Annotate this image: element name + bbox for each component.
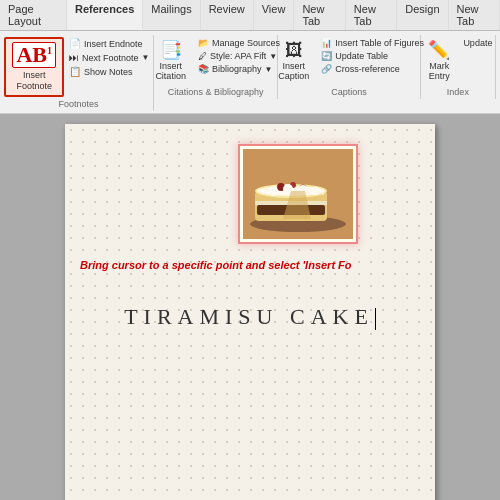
table-figures-icon: 📊 (321, 38, 332, 48)
table-figures-label: Insert Table of Figures (335, 38, 424, 48)
cross-reference-button[interactable]: 🔗 Cross-reference (318, 63, 427, 75)
insert-endnote-label: Insert Endnote (84, 39, 143, 49)
show-notes-icon: 📋 (69, 66, 81, 77)
svg-point-15 (267, 193, 269, 195)
ribbon: Page Layout References Mailings Review V… (0, 0, 500, 114)
citations-group-label: Citations & Bibliography (168, 87, 264, 97)
manage-sources-icon: 📂 (198, 38, 209, 48)
mark-entry-icon: ✏️ (428, 41, 450, 59)
update-table-label: Update Table (335, 51, 388, 61)
ribbon-content: AB1 Insert Footnote 📄 Insert Endnote ⏭ N… (0, 31, 500, 113)
cake-image-wrapper (238, 144, 358, 244)
ribbon-tab-bar: Page Layout References Mailings Review V… (0, 0, 500, 31)
style-dropdown[interactable]: 🖊 Style: APA Fift ▼ (195, 50, 283, 62)
bibliography-label: Bibliography (212, 64, 262, 74)
insert-citation-button[interactable]: 📑 InsertCitation (148, 37, 193, 85)
group-captions: 🖼 InsertCaption 📊 Insert Table of Figure… (278, 35, 420, 99)
index-buttons: ✏️ MarkEntry Update (420, 37, 495, 85)
update-index-button[interactable]: Update (460, 37, 495, 49)
footnotes-small-buttons: 📄 Insert Endnote ⏭ Next Footnote ▼ 📋 Sho… (66, 37, 152, 78)
next-footnote-label: Next Footnote (82, 53, 139, 63)
tab-newtab2[interactable]: New Tab (346, 0, 397, 30)
text-cursor (375, 308, 376, 330)
update-index-label: Update (463, 38, 492, 48)
insert-footnote-button[interactable]: AB1 Insert Footnote (4, 37, 64, 97)
document-area: Bring cursor to a specific point and sel… (0, 114, 500, 500)
citations-small: 📂 Manage Sources 🖊 Style: APA Fift ▼ 📚 B… (195, 37, 283, 75)
title-text: TIRAMISU CAKE (124, 304, 374, 329)
endnote-icon: 📄 (69, 38, 81, 49)
group-index: ✏️ MarkEntry Update Index (421, 35, 496, 99)
mark-entry-label: MarkEntry (429, 61, 450, 81)
index-group-label: Index (447, 87, 469, 97)
tab-newtab1[interactable]: New Tab (294, 0, 345, 30)
tab-mailings[interactable]: Mailings (143, 0, 200, 30)
svg-point-18 (322, 193, 324, 195)
insert-caption-label: InsertCaption (278, 61, 309, 81)
svg-point-10 (268, 186, 278, 196)
tab-page-layout[interactable]: Page Layout (0, 0, 67, 30)
document-page[interactable]: Bring cursor to a specific point and sel… (65, 124, 435, 500)
svg-point-17 (312, 192, 314, 194)
captions-small: 📊 Insert Table of Figures 🔄 Update Table… (318, 37, 427, 75)
tab-review[interactable]: Review (201, 0, 254, 30)
bibliography-button[interactable]: 📚 Bibliography ▼ (195, 63, 283, 75)
insert-endnote-button[interactable]: 📄 Insert Endnote (66, 37, 152, 50)
style-label: Style: APA Fift (210, 51, 266, 61)
group-footnotes: AB1 Insert Footnote 📄 Insert Endnote ⏭ N… (4, 35, 154, 111)
insert-table-of-figures-button[interactable]: 📊 Insert Table of Figures (318, 37, 427, 49)
cake-image (243, 149, 353, 239)
manage-sources-label: Manage Sources (212, 38, 280, 48)
group-citations: 📑 InsertCitation 📂 Manage Sources 🖊 Styl… (154, 35, 279, 99)
footnote-icon: AB1 (12, 42, 56, 68)
tab-view[interactable]: View (254, 0, 295, 30)
update-table-icon: 🔄 (321, 51, 332, 61)
insert-citation-label: InsertCitation (155, 61, 186, 81)
captions-group-label: Captions (331, 87, 367, 97)
next-footnote-icon: ⏭ (69, 52, 79, 63)
mark-entry-button[interactable]: ✏️ MarkEntry (420, 37, 458, 85)
svg-point-16 (277, 191, 279, 193)
index-small: Update (460, 37, 495, 49)
document-title: TIRAMISU CAKE (65, 304, 435, 330)
insert-caption-button[interactable]: 🖼 InsertCaption (271, 37, 316, 85)
update-table-button[interactable]: 🔄 Update Table (318, 50, 427, 62)
footnotes-group-label: Footnotes (58, 99, 98, 109)
next-footnote-button[interactable]: ⏭ Next Footnote ▼ (66, 51, 152, 64)
cross-ref-icon: 🔗 (321, 64, 332, 74)
tab-references[interactable]: References (67, 0, 143, 30)
manage-sources-button[interactable]: 📂 Manage Sources (195, 37, 283, 49)
style-icon: 🖊 (198, 51, 207, 61)
caption-icon: 🖼 (285, 41, 303, 59)
captions-buttons: 🖼 InsertCaption 📊 Insert Table of Figure… (271, 37, 427, 85)
bibliography-icon: 📚 (198, 64, 209, 74)
insert-footnote-label: Insert Footnote (12, 70, 56, 92)
citation-icon: 📑 (160, 41, 182, 59)
tab-newtab3[interactable]: New Tab (449, 0, 500, 30)
tab-design[interactable]: Design (397, 0, 448, 30)
citations-buttons: 📑 InsertCitation 📂 Manage Sources 🖊 Styl… (148, 37, 283, 85)
instruction-text: Bring cursor to a specific point and sel… (80, 259, 352, 271)
show-notes-label: Show Notes (84, 67, 133, 77)
cross-ref-label: Cross-reference (335, 64, 400, 74)
footnotes-buttons: AB1 Insert Footnote 📄 Insert Endnote ⏭ N… (4, 37, 152, 97)
show-notes-button[interactable]: 📋 Show Notes (66, 65, 152, 78)
